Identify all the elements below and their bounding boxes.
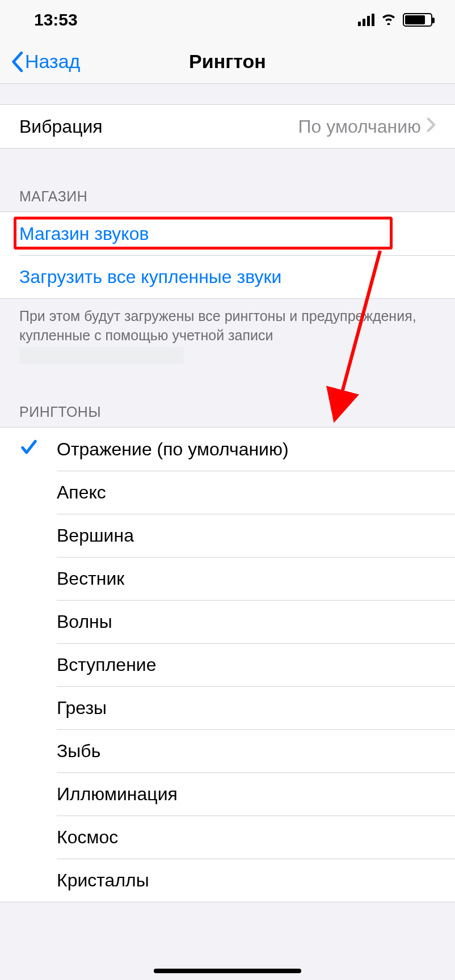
- ringtone-label: Грезы: [57, 698, 107, 719]
- back-label: Назад: [25, 50, 80, 73]
- status-bar: 13:53: [0, 0, 455, 40]
- store-section-footer: При этом будут загружены все рингтоны и …: [0, 299, 455, 364]
- ringtone-label: Кристаллы: [57, 870, 149, 891]
- vibration-value: По умолчанию: [298, 116, 427, 137]
- ringtone-label: Отражение (по умолчанию): [57, 439, 289, 460]
- ringtone-row[interactable]: Апекс: [0, 471, 455, 514]
- back-button[interactable]: Назад: [0, 50, 80, 73]
- home-indicator: [154, 969, 301, 973]
- ringtones-group: Отражение (по умолчанию)АпексВершинаВест…: [0, 427, 455, 902]
- ringtone-label: Волны: [57, 611, 112, 632]
- checkmark-icon: [19, 437, 39, 461]
- wifi-icon: [380, 12, 397, 27]
- ringtone-row[interactable]: Волны: [0, 600, 455, 643]
- nav-bar: Назад Рингтон: [0, 40, 455, 84]
- ringtone-label: Иллюминация: [57, 784, 178, 805]
- download-all-label: Загрузить все купленные звуки: [19, 267, 281, 288]
- ringtone-label: Вестник: [57, 568, 124, 589]
- ringtone-row[interactable]: Грезы: [0, 686, 455, 729]
- ringtone-row[interactable]: Зыбь: [0, 729, 455, 772]
- store-section-header: МАГАЗИН: [0, 188, 455, 212]
- status-time: 13:53: [34, 10, 78, 29]
- status-icons: [358, 12, 432, 27]
- ringtone-row[interactable]: Вершина: [0, 514, 455, 557]
- chevron-right-icon: [427, 116, 436, 137]
- redacted-account: [19, 347, 184, 364]
- ringtone-label: Вершина: [57, 525, 134, 546]
- ringtone-row[interactable]: Кристаллы: [0, 859, 455, 902]
- vibration-group: Вибрация По умолчанию: [0, 104, 455, 149]
- ringtone-row[interactable]: Отражение (по умолчанию): [0, 428, 455, 471]
- ringtones-section-header: РИНГТОНЫ: [0, 404, 455, 427]
- ringtone-row[interactable]: Вступление: [0, 643, 455, 686]
- ringtone-row[interactable]: Космос: [0, 816, 455, 859]
- battery-icon: [403, 13, 432, 27]
- chevron-left-icon: [10, 51, 24, 73]
- store-group: Магазин звуков Загрузить все купленные з…: [0, 212, 455, 299]
- ringtone-label: Вступление: [57, 654, 157, 675]
- ringtone-row[interactable]: Иллюминация: [0, 772, 455, 816]
- vibration-label: Вибрация: [19, 116, 103, 137]
- ringtone-label: Космос: [57, 827, 118, 848]
- ringtone-label: Апекс: [57, 482, 106, 503]
- ringtone-label: Зыбь: [57, 741, 100, 762]
- sound-store-row[interactable]: Магазин звуков: [0, 212, 455, 255]
- ringtone-row[interactable]: Вестник: [0, 557, 455, 600]
- vibration-row[interactable]: Вибрация По умолчанию: [0, 105, 455, 148]
- download-all-row[interactable]: Загрузить все купленные звуки: [0, 255, 455, 298]
- sound-store-label: Магазин звуков: [19, 223, 149, 244]
- cellular-icon: [358, 14, 374, 26]
